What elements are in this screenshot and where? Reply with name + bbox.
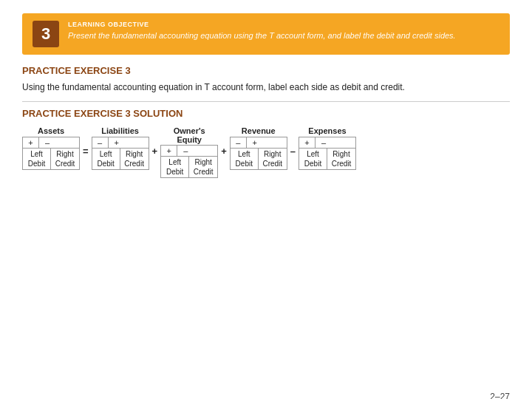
liabilities-minus-sign: – [92,137,109,148]
owners-equity-bot: Equity [177,135,202,144]
taccount-liabilities-signs: – + [92,137,149,149]
practice-exercise-section: PRACTICE EXERCISE 3 Using the fundamenta… [0,55,532,119]
taccount-assets: + – LeftDebit RightCredit [22,137,80,170]
learning-banner: 3 LEARNING OBJECTIVE Present the fundame… [22,13,510,55]
liabilities-left-label: LeftDebit [92,149,120,169]
taccount-assets-labels: LeftDebit RightCredit [23,149,79,169]
minus-operator: – [287,146,299,157]
page: 3 LEARNING OBJECTIVE Present the fundame… [0,13,532,399]
revenue-left-label: LeftDebit [231,149,259,169]
expenses-plus-sign: + [299,137,316,148]
taccount-revenue-signs: – + [231,137,287,149]
lo-description: Present the fundamental accounting equat… [68,30,456,41]
taccount-oe: + – LeftDebit RightCredit [160,145,218,178]
taccount-area: Assets + – LeftDebit RightCredit = Liabi… [0,126,532,178]
taccount-assets-signs: + – [23,137,79,149]
taccount-oe-signs: + – [161,146,217,157]
taccount-revenue: – + LeftDebit RightCredit [230,137,287,170]
expenses-left-label: LeftDebit [299,149,327,169]
taccount-liabilities: – + LeftDebit RightCredit [92,137,149,170]
revenue-plus-sign: + [247,137,263,148]
solution-title: PRACTICE EXERCISE 3 SOLUTION [22,108,510,119]
plus2-operator: + [218,146,230,157]
oe-minus-sign: + [161,146,177,156]
divider [22,101,510,102]
eq-group-assets: Assets + – LeftDebit RightCredit [22,126,80,170]
revenue-label: Revenue [242,126,276,135]
revenue-right-label: RightCredit [259,149,287,169]
expenses-minus-sign: – [316,137,332,148]
oe-plus-sign: – [177,146,194,156]
plus1-operator: + [149,146,161,157]
oe-right-label: RightCredit [189,157,217,177]
oe-inner: + – LeftDebit RightCredit [160,145,218,178]
taccount-expenses-signs: + – [299,137,355,149]
oe-wrapper: Owner's Equity + – LeftDebit [160,126,218,178]
assets-minus-sign: – [39,137,55,148]
assets-right-label: RightCredit [51,149,79,169]
lo-number: 3 [33,21,59,47]
liabilities-label: Liabilities [101,126,139,135]
taccount-expenses: + – LeftDebit RightCredit [299,137,356,170]
equation-container: Assets + – LeftDebit RightCredit = Liabi… [22,126,510,178]
page-number: 2–27 [490,392,510,399]
assets-label: Assets [38,126,64,135]
assets-left-label: LeftDebit [23,149,51,169]
taccount-liabilities-labels: LeftDebit RightCredit [92,149,149,169]
eq-group-expenses: Expenses + – LeftDebit RightCredit [299,126,356,170]
eq-group-liabilities: Liabilities – + LeftDebit RightCredit [92,126,149,170]
practice-exercise-title: PRACTICE EXERCISE 3 [22,65,510,76]
equals-operator: = [80,146,92,157]
oe-left-label: LeftDebit [161,157,189,177]
practice-exercise-description: Using the fundamental accounting equatio… [22,81,510,94]
lo-title: LEARNING OBJECTIVE [68,21,456,28]
eq-group-revenue: Revenue – + LeftDebit RightCredit [230,126,287,170]
assets-plus-sign: + [23,137,39,148]
owners-equity-top: Owner's [174,126,205,135]
taccount-oe-labels: LeftDebit RightCredit [161,157,217,177]
expenses-right-label: RightCredit [327,149,355,169]
taccount-expenses-labels: LeftDebit RightCredit [299,149,355,169]
liabilities-right-label: RightCredit [120,149,149,169]
liabilities-plus-sign: + [109,137,125,148]
lo-text: LEARNING OBJECTIVE Present the fundament… [68,21,456,41]
expenses-label: Expenses [308,126,346,135]
taccount-revenue-labels: LeftDebit RightCredit [231,149,287,169]
revenue-minus-sign: – [231,137,247,148]
eq-group-oe: + – LeftDebit RightCredit [160,145,218,178]
